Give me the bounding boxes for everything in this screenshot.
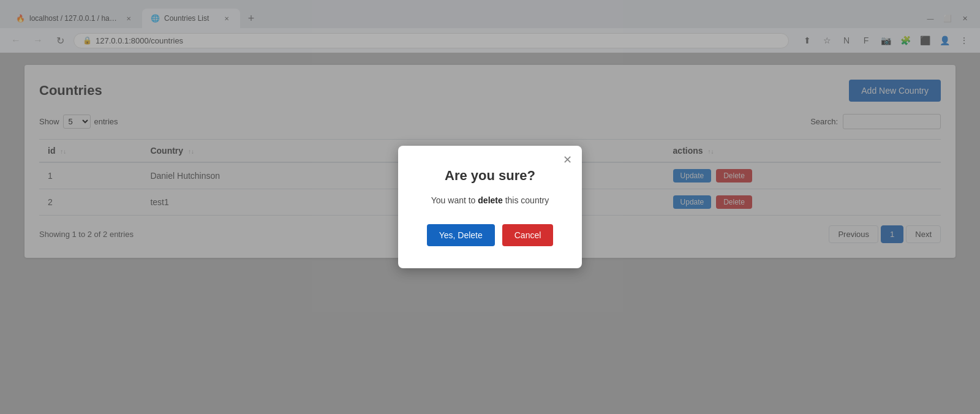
- modal-body-prefix: You want to: [431, 195, 478, 205]
- modal-body: You want to delete this country: [423, 194, 557, 207]
- cancel-button[interactable]: Cancel: [502, 224, 554, 246]
- modal-body-suffix: this country: [503, 195, 549, 205]
- modal-overlay: ✕ Are you sure? You want to delete this …: [0, 0, 980, 414]
- modal-close-button[interactable]: ✕: [563, 153, 572, 167]
- modal-actions: Yes, Delete Cancel: [423, 224, 557, 246]
- yes-delete-button[interactable]: Yes, Delete: [427, 224, 495, 246]
- confirm-delete-modal: ✕ Are you sure? You want to delete this …: [398, 146, 582, 268]
- modal-body-action: delete: [478, 195, 502, 205]
- modal-title: Are you sure?: [423, 168, 557, 184]
